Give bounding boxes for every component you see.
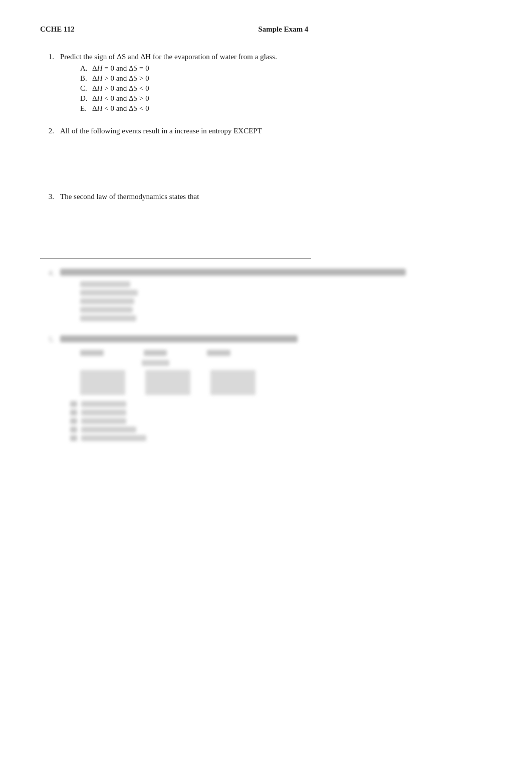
question-2-space	[40, 138, 492, 178]
choice-1c-label: C.	[80, 84, 89, 93]
choice-1b: B. ΔH > 0 and ΔS > 0	[80, 74, 492, 83]
choice-1c-text: ΔH > 0 and ΔS < 0	[92, 84, 149, 93]
question-2: 2. All of the following events result in…	[40, 127, 492, 178]
question-5-blurred: 5.	[40, 335, 492, 441]
question-1-row: 1. Predict the sign of ΔS and ΔH for the…	[40, 53, 492, 61]
exam-title: Sample Exam 4	[75, 25, 492, 34]
page-header: CCHE 112 Sample Exam 4	[40, 25, 492, 38]
choice-1b-label: B.	[80, 74, 89, 83]
question-1-choices: A. ΔH = 0 and ΔS = 0 B. ΔH > 0 and ΔS > …	[80, 64, 492, 113]
course-code: CCHE 112	[40, 25, 75, 34]
question-3-text: The second law of thermodynamics states …	[60, 192, 492, 201]
question-2-text: All of the following events result in a …	[60, 127, 492, 135]
question-4-blurred: 4.	[40, 269, 492, 321]
questions-section: 1. Predict the sign of ΔS and ΔH for the…	[40, 53, 492, 441]
question-3: 3. The second law of thermodynamics stat…	[40, 192, 492, 244]
question-3-row: 3. The second law of thermodynamics stat…	[40, 192, 492, 201]
choice-1e-label: E.	[80, 104, 89, 113]
choice-1e: E. ΔH < 0 and ΔS < 0	[80, 104, 492, 113]
choice-1b-text: ΔH > 0 and ΔS > 0	[92, 74, 149, 83]
section-divider	[40, 258, 311, 259]
choice-1d-text: ΔH < 0 and ΔS > 0	[92, 94, 149, 103]
choice-1d-label: D.	[80, 94, 89, 103]
choice-1a-text: ΔH = 0 and ΔS = 0	[92, 64, 149, 73]
question-1-text: Predict the sign of ΔS and ΔH for the ev…	[60, 53, 492, 61]
choice-1a: A. ΔH = 0 and ΔS = 0	[80, 64, 492, 73]
question-3-number: 3.	[40, 192, 54, 201]
choice-1a-label: A.	[80, 64, 89, 73]
question-2-row: 2. All of the following events result in…	[40, 127, 492, 135]
question-1-number: 1.	[40, 53, 54, 61]
question-3-space	[40, 204, 492, 244]
choice-1d: D. ΔH < 0 and ΔS > 0	[80, 94, 492, 103]
question-2-number: 2.	[40, 127, 54, 135]
choice-1c: C. ΔH > 0 and ΔS < 0	[80, 84, 492, 93]
question-1: 1. Predict the sign of ΔS and ΔH for the…	[40, 53, 492, 113]
choice-1e-text: ΔH < 0 and ΔS < 0	[92, 104, 149, 113]
